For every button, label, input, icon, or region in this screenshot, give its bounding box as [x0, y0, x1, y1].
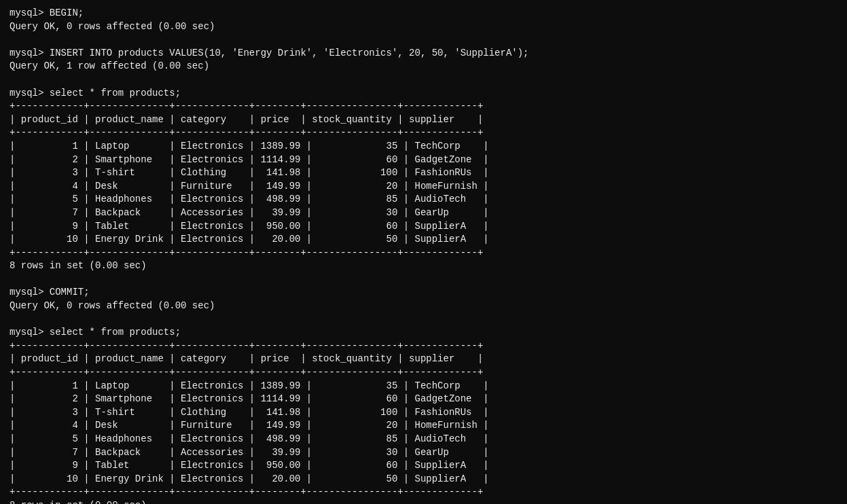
terminal-line: | 9 | Tablet | Electronics | 950.00 | 60… [10, 459, 837, 473]
terminal-line: | 3 | T-shirt | Clothing | 141.98 | 100 … [10, 406, 837, 420]
terminal-line: +------------+--------------+-----------… [10, 247, 837, 260]
terminal-line: | 1 | Laptop | Electronics | 1389.99 | 3… [10, 140, 837, 154]
terminal-line: | 9 | Tablet | Electronics | 950.00 | 60… [10, 220, 837, 234]
terminal-line: | 5 | Headphones | Electronics | 498.99 … [10, 433, 837, 446]
terminal-line: | product_id | product_name | category |… [10, 113, 837, 127]
terminal-output: mysql> BEGIN;Query OK, 0 rows affected (… [10, 7, 837, 504]
terminal-line: | 4 | Desk | Furniture | 149.99 | 20 | H… [10, 419, 837, 433]
terminal-line: Query OK, 0 rows affected (0.00 sec) [10, 300, 837, 313]
terminal-line: +------------+--------------+-----------… [10, 340, 837, 353]
terminal-line: +------------+--------------+-----------… [10, 486, 837, 499]
terminal-line: mysql> select * from products; [10, 326, 837, 340]
terminal-line [10, 33, 837, 47]
terminal-line [10, 273, 837, 287]
terminal-line: +------------+--------------+-----------… [10, 126, 837, 140]
terminal-line: 8 rows in set (0.00 sec) [10, 499, 837, 504]
terminal-line: Query OK, 1 row affected (0.00 sec) [10, 60, 837, 73]
terminal-line: | 5 | Headphones | Electronics | 498.99 … [10, 193, 837, 206]
terminal-line: | 2 | Smartphone | Electronics | 1114.99… [10, 154, 837, 167]
terminal-line: mysql> COMMIT; [10, 286, 837, 300]
terminal-line: +------------+--------------+-----------… [10, 366, 837, 380]
terminal-line [10, 313, 837, 327]
terminal-line: mysql> INSERT INTO products VALUES(10, '… [10, 47, 837, 60]
terminal-line: mysql> BEGIN; [10, 7, 837, 20]
terminal-line: | 10 | Energy Drink | Electronics | 20.0… [10, 473, 837, 486]
terminal-line: | 1 | Laptop | Electronics | 1389.99 | 3… [10, 380, 837, 393]
terminal-line: Query OK, 0 rows affected (0.00 sec) [10, 20, 837, 34]
terminal-line: | 2 | Smartphone | Electronics | 1114.99… [10, 393, 837, 406]
terminal-line: 8 rows in set (0.00 sec) [10, 259, 837, 273]
terminal-line: +------------+--------------+-----------… [10, 100, 837, 113]
terminal-line: mysql> select * from products; [10, 87, 837, 101]
terminal-line: | 4 | Desk | Furniture | 149.99 | 20 | H… [10, 180, 837, 194]
terminal-line: | product_id | product_name | category |… [10, 353, 837, 366]
terminal-line [10, 73, 837, 87]
terminal-line: | 10 | Energy Drink | Electronics | 20.0… [10, 233, 837, 247]
terminal-line: | 7 | Backpack | Accessories | 39.99 | 3… [10, 206, 837, 220]
terminal-line: | 7 | Backpack | Accessories | 39.99 | 3… [10, 446, 837, 460]
terminal-line: | 3 | T-shirt | Clothing | 141.98 | 100 … [10, 166, 837, 180]
